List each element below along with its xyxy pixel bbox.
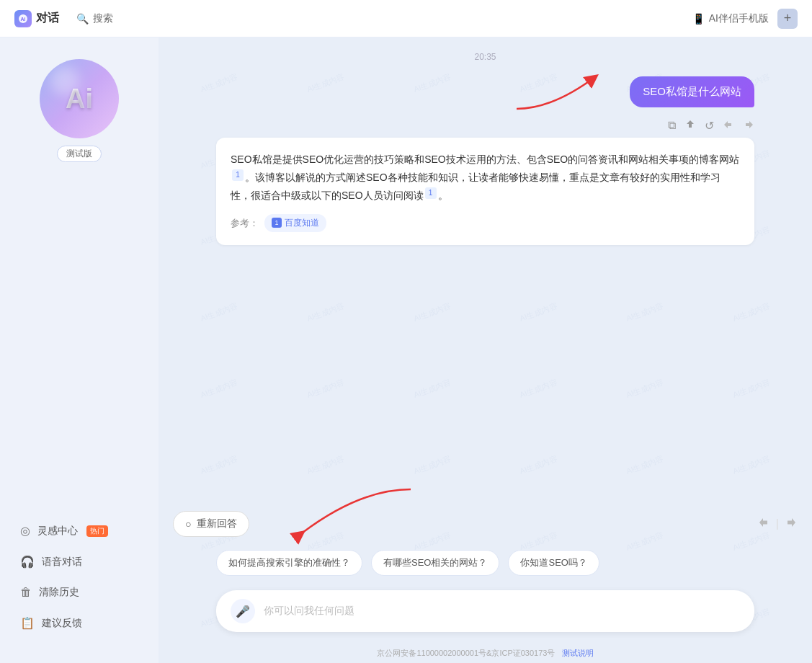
microphone-button[interactable]: 🎤 — [231, 599, 255, 623]
sidebar-nav: ◎ 灵感中心 热门 🎧 语音对话 🗑 清除历史 📋 建议反馈 — [0, 177, 159, 649]
search-label: 搜索 — [93, 12, 113, 25]
bottom-actions-bar: ○ 重新回答 | — [159, 504, 812, 544]
ref-sup-2[interactable]: 1 — [425, 187, 437, 199]
thumbdown-button[interactable] — [785, 516, 798, 532]
regenerate-icon: ○ — [185, 518, 191, 530]
ai-avatar: Ai — [40, 59, 119, 138]
clear-icon: 🗑 — [20, 586, 32, 599]
refresh-button[interactable]: ↺ — [705, 119, 714, 133]
hot-badge: 热门 — [86, 525, 108, 537]
logo-label: 对话 — [36, 11, 59, 26]
sidebar-item-voice[interactable]: 🎧 语音对话 — [12, 548, 147, 576]
suggestion-chip-1[interactable]: 有哪些SEO相关的网站？ — [371, 550, 499, 576]
regenerate-button[interactable]: ○ 重新回答 — [173, 511, 249, 537]
ref-label: 参考： — [231, 215, 259, 231]
feedback-label: 建议反馈 — [42, 617, 82, 630]
inspiration-icon: ◎ — [20, 524, 30, 538]
user-bubble: SEO私馆是什么网站 — [630, 76, 754, 107]
chat-input-placeholder[interactable]: 你可以问我任何问题 — [264, 605, 740, 618]
vote-actions: | — [757, 516, 798, 532]
footer: 京公网安备11000002000001号&京ICP证030173号 测试说明 — [159, 644, 812, 663]
suggestions-bar: 如何提高搜索引擎的准确性？ 有哪些SEO相关的网站？ 你知道SEO吗？ — [159, 544, 812, 582]
main-layout: Ai 测试版 ◎ 灵感中心 热门 🎧 语音对话 🗑 清除历史 📋 建议反馈 — [0, 37, 812, 663]
suggestion-chip-2[interactable]: 你知道SEO吗？ — [508, 550, 599, 576]
ref-source-tag[interactable]: 1 百度知道 — [264, 214, 326, 233]
beta-badge: 测试版 — [57, 146, 102, 162]
mobile-icon: 📱 — [692, 13, 705, 25]
thumbup-button[interactable] — [757, 516, 770, 532]
share-button[interactable] — [684, 119, 696, 133]
sidebar-item-clear[interactable]: 🗑 清除历史 — [12, 579, 147, 606]
mobile-app-button[interactable]: 📱 AI伴侣手机版 — [692, 12, 769, 25]
ai-avatar-area: Ai 测试版 — [0, 52, 159, 177]
arrow-to-user-message — [509, 69, 610, 112]
inspiration-label: 灵感中心 — [37, 525, 78, 538]
search-button[interactable]: 🔍 搜索 — [76, 12, 113, 25]
add-icon: + — [784, 11, 792, 26]
header-left: Ai 对话 🔍 搜索 — [14, 10, 113, 27]
mic-icon: 🎤 — [236, 605, 250, 618]
thumbdown-action[interactable] — [743, 119, 754, 133]
vote-divider: | — [776, 517, 779, 530]
chat-messages: 20:35 SEO私馆是什么网站 ⧉ — [159, 37, 812, 504]
header-logo[interactable]: Ai 对话 — [14, 10, 59, 27]
input-area: 🎤 你可以问我任何问题 — [159, 582, 812, 644]
ai-message-actions-top: ⧉ ↺ — [216, 119, 754, 133]
ref-source-name: 百度知道 — [285, 215, 319, 231]
sidebar: Ai 测试版 ◎ 灵感中心 热门 🎧 语音对话 🗑 清除历史 📋 建议反馈 — [0, 37, 159, 663]
ai-response-text: SEO私馆是提供SEO优化运营的技巧策略和SEO技术运用的方法、包含SEO的问答… — [231, 153, 739, 165]
voice-icon: 🎧 — [20, 555, 35, 569]
svg-text:Ai: Ai — [21, 17, 26, 22]
footer-link[interactable]: 测试说明 — [562, 649, 594, 657]
suggestion-chip-0[interactable]: 如何提高搜索引擎的准确性？ — [216, 550, 362, 576]
references: 参考： 1 百度知道 — [231, 214, 740, 233]
copy-button[interactable]: ⧉ — [668, 119, 676, 133]
thumbup-action[interactable] — [723, 119, 734, 133]
ref-num: 1 — [272, 218, 282, 228]
user-message: SEO私馆是什么网站 — [216, 76, 754, 107]
ai-bubble: SEO私馆是提供SEO优化运营的技巧策略和SEO技术运用的方法、包含SEO的问答… — [216, 138, 754, 245]
search-icon: 🔍 — [76, 13, 89, 25]
input-box: 🎤 你可以问我任何问题 — [216, 590, 754, 632]
regenerate-label: 重新回答 — [197, 517, 237, 530]
avatar-text: Ai — [66, 84, 93, 115]
add-button[interactable]: + — [777, 9, 798, 29]
mobile-label: AI伴侣手机版 — [709, 12, 769, 25]
logo-icon: Ai — [14, 10, 32, 27]
footer-text: 京公网安备11000002000001号&京ICP证030173号 — [377, 649, 555, 657]
message-timestamp: 20:35 — [216, 52, 754, 62]
clear-label: 清除历史 — [39, 586, 79, 599]
voice-label: 语音对话 — [42, 556, 82, 569]
ai-message: ⧉ ↺ SEO私馆是提供SEO优化运营的技巧策略和SEO技 — [216, 119, 754, 245]
sidebar-item-inspiration[interactable]: ◎ 灵感中心 热门 — [12, 517, 147, 545]
ref-sup-1[interactable]: 1 — [232, 169, 244, 181]
chat-area: AI生成内容 AI生成内容 AI生成内容 AI生成内容 AI生成内容 AI生成内… — [159, 37, 812, 663]
sidebar-item-feedback[interactable]: 📋 建议反馈 — [12, 609, 147, 637]
feedback-icon: 📋 — [20, 616, 35, 630]
header: Ai 对话 🔍 搜索 📱 AI伴侣手机版 + — [0, 0, 812, 37]
header-right: 📱 AI伴侣手机版 + — [692, 9, 798, 29]
